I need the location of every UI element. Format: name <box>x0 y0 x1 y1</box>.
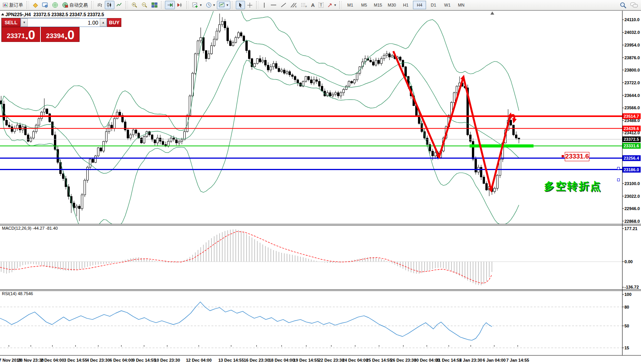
profile-button[interactable] <box>30 1 40 9</box>
tile-windows-button[interactable] <box>149 1 159 9</box>
horizontal-line-icon <box>270 3 277 7</box>
volume-decrease-button[interactable]: ▼ <box>21 18 28 27</box>
turning-point-annotation[interactable]: 多空转折点 <box>544 179 602 193</box>
collapse-marker-icon[interactable] <box>1 13 4 15</box>
text-tool-button[interactable]: A <box>309 1 317 9</box>
support-line-1-handle[interactable] <box>617 167 620 170</box>
macd-indicator-label: MACD(12,26,9) -44.27 -81.40 <box>2 226 58 230</box>
rsi-tick-label: 50 <box>624 324 629 328</box>
macd-panel-divider[interactable] <box>0 224 641 225</box>
svg-text:E: E <box>295 5 297 8</box>
sell-price-main: 23371 <box>7 31 25 41</box>
symbol-period: JPN225-,H4 <box>5 12 31 17</box>
market-watch-button[interactable] <box>40 1 50 9</box>
timeframe-w1-button[interactable]: W1 <box>441 1 454 9</box>
time-tick-label: 2 Dec 04:00 <box>41 358 64 362</box>
timeframe-mn-button[interactable]: MN <box>455 1 468 9</box>
price-annotation-label[interactable]: 23331.6 <box>565 152 589 161</box>
equidistant-channel-icon: E <box>290 2 297 8</box>
macd-tick-label: -136.72 <box>624 285 639 289</box>
mt4-terminal: 新订单 自动交易 <box>0 0 641 364</box>
toolbar-grip <box>91 1 94 9</box>
toolbar-grip <box>256 1 258 9</box>
chat-icon[interactable] <box>630 2 638 8</box>
candlestick-chart-button[interactable] <box>105 1 114 9</box>
candlestick-icon <box>107 2 112 8</box>
timeframe-h4-button[interactable]: H4 <box>413 1 426 9</box>
new-order-icon <box>3 2 8 8</box>
volume-input[interactable] <box>28 18 100 27</box>
bar-chart-button[interactable] <box>95 1 105 9</box>
chevron-down-icon: ▾ <box>227 3 228 7</box>
rsi-tick-label: 80 <box>624 305 629 309</box>
crosshair-tool-button[interactable] <box>245 1 255 9</box>
zoom-out-button[interactable] <box>139 1 149 9</box>
chevron-down-icon: ▾ <box>334 3 336 7</box>
chart-shift-icon <box>177 2 183 8</box>
sell-price-big: .0 <box>25 28 35 41</box>
timeframe-m15-button[interactable]: M15 <box>371 1 384 9</box>
price-tick-label: 23722.0 <box>624 80 640 85</box>
templates-button[interactable]: ▾ <box>217 1 230 9</box>
timeframe-m30-button[interactable]: M30 <box>385 1 398 9</box>
text-icon: A <box>311 2 315 8</box>
fibonacci-tool-button[interactable]: F <box>299 1 309 9</box>
auto-trading-label: 自动交易 <box>69 2 88 8</box>
vline-tool-button[interactable] <box>260 1 268 9</box>
time-tick-label: 7 Jan 14:55 <box>506 358 529 362</box>
support-line-2-handle[interactable] <box>617 179 620 181</box>
channel-tool-button[interactable]: E <box>289 1 299 9</box>
ohlc-values: 23372.5 23382.5 23347.5 23372.5 <box>34 12 104 17</box>
auto-scroll-icon <box>167 2 173 8</box>
price-tick-label: 23954.0 <box>624 43 640 47</box>
buy-button[interactable]: BUY <box>107 18 121 27</box>
time-tick-label: 3 Dec 14:55 <box>64 358 87 362</box>
price-tick-label: 23644.0 <box>624 93 640 98</box>
auto-trading-button[interactable]: 自动交易 <box>60 1 90 9</box>
time-axis[interactable]: 27 Nov 201928 Nov 23:302 Dec 04:003 Dec … <box>0 356 641 364</box>
rsi-panel-divider[interactable] <box>0 289 641 291</box>
zoom-in-button[interactable] <box>129 1 139 9</box>
volume-increase-button[interactable]: ▲ <box>100 18 107 27</box>
chart-shift-marker[interactable] <box>490 12 494 15</box>
chart-title: JPN225-,H4 23372.5 23382.5 23347.5 23372… <box>5 12 104 17</box>
time-tick-label: 18 Dec 04:00 <box>269 358 295 362</box>
price-tick-label: 22946.0 <box>624 206 640 211</box>
timeframe-m1-button[interactable]: M1 <box>344 1 357 9</box>
new-order-label: 新订单 <box>9 2 23 8</box>
time-tick-label: 28 Nov 23:30 <box>18 358 44 362</box>
arrows-tool-button[interactable]: ▾ <box>326 1 338 9</box>
pivot-line-handle[interactable] <box>562 155 564 157</box>
new-order-button[interactable]: 新订单 <box>1 1 25 9</box>
line-chart-button[interactable] <box>114 1 124 9</box>
sell-price-display[interactable]: 23371.0 <box>2 27 40 42</box>
toolbar: 新订单 自动交易 <box>0 0 641 10</box>
hline-tool-button[interactable] <box>268 1 279 9</box>
buy-price-main: 23394 <box>46 31 64 41</box>
price-tick-label: 23022.0 <box>624 194 640 199</box>
text-label-tool-button[interactable]: T <box>317 1 326 9</box>
price-tick-label: 23100.0 <box>624 181 640 186</box>
bar-chart-icon <box>97 2 103 8</box>
sell-button[interactable]: SELL <box>2 18 20 27</box>
price-tick-label: 23876.0 <box>624 55 640 60</box>
toolbar-grip <box>126 1 128 9</box>
navigator-button[interactable] <box>50 1 60 9</box>
buy-price-display[interactable]: 23394.0 <box>41 27 79 42</box>
timeframe-d1-button[interactable]: D1 <box>427 1 440 9</box>
cursor-icon <box>238 2 243 8</box>
macd-tick-label: 0.00 <box>624 259 633 264</box>
time-tick-label: 4 Dec 23:30 <box>87 358 110 362</box>
cursor-tool-button[interactable] <box>236 1 245 9</box>
one-click-trade-panel: SELL ▼ ▲ BUY 23371.0 23394.0 <box>1 18 80 42</box>
indicators-button[interactable]: ▾ <box>190 1 204 9</box>
chart-shift-button[interactable] <box>175 1 185 9</box>
timeframe-h1-button[interactable]: H1 <box>399 1 412 9</box>
auto-scroll-button[interactable] <box>165 1 175 9</box>
periods-button[interactable]: ▾ <box>204 1 217 9</box>
timeframe-m5-button[interactable]: M5 <box>357 1 371 9</box>
trendline-tool-button[interactable] <box>279 1 289 9</box>
zoom-in-icon <box>131 2 138 8</box>
search-icon[interactable] <box>620 2 626 8</box>
svg-text:F: F <box>305 5 307 8</box>
